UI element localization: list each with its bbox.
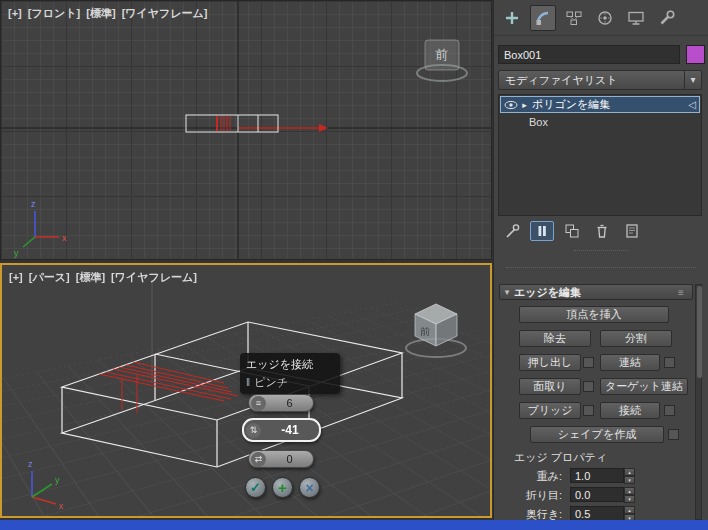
spinner-up-icon[interactable]: ▴ bbox=[624, 487, 635, 495]
caddy-ok-button[interactable]: ✓ bbox=[245, 477, 266, 498]
viewport-style-menu[interactable]: [ワイヤフレーム] bbox=[111, 271, 197, 283]
stack-row-base-object[interactable]: Box bbox=[499, 114, 701, 130]
viewport-perspective[interactable]: z x y [+] [パース] [標準] [ワイヤフレーム] 前 エッジを接続 bbox=[0, 263, 492, 518]
tab-utilities[interactable] bbox=[654, 5, 680, 31]
modifier-list-dropdown[interactable]: モディファイヤリスト ▾ bbox=[498, 70, 702, 90]
modifier-name[interactable]: ポリゴンを編集 bbox=[530, 97, 685, 112]
persp-axis-y-label: y bbox=[55, 475, 60, 485]
pin-icon bbox=[504, 222, 520, 240]
viewport-perspective-label: [+] [パース] [標準] [ワイヤフレーム] bbox=[9, 270, 200, 285]
viewport-front[interactable]: z x y [+] [フロント] [標準] [ワイヤフレーム] 前 bbox=[0, 0, 492, 260]
spinner-down-icon[interactable]: ▾ bbox=[624, 495, 635, 503]
stack-toolbar bbox=[500, 220, 650, 242]
caddy-pinch-spinner[interactable]: ⇅ -41 bbox=[242, 418, 321, 442]
bridge-button[interactable]: ブリッジ bbox=[519, 402, 581, 419]
make-unique-button[interactable] bbox=[560, 221, 584, 241]
caddy-cancel-button[interactable]: × bbox=[299, 477, 320, 498]
gizmo-front-face-label[interactable]: 前 bbox=[435, 46, 448, 64]
visibility-eye-icon[interactable] bbox=[503, 98, 519, 112]
spinner-down-icon[interactable]: ▾ bbox=[624, 476, 635, 484]
view-rotation-gizmo[interactable]: 前 bbox=[415, 37, 471, 85]
caddy-tooltip-option: ‖ピンチ bbox=[246, 375, 334, 390]
front-axis-x-label: x bbox=[62, 233, 67, 243]
pin-stack-icon[interactable]: ◁ bbox=[685, 99, 699, 110]
weld-settings-button[interactable] bbox=[664, 357, 675, 368]
weld-button[interactable]: 連結 bbox=[600, 354, 660, 371]
chamfer-settings-button[interactable] bbox=[583, 381, 594, 392]
viewport-view-menu[interactable]: [フロント] bbox=[28, 7, 80, 19]
viewport-front-label: [+] [フロント] [標準] [ワイヤフレーム] bbox=[8, 6, 211, 21]
tab-motion[interactable] bbox=[592, 5, 618, 31]
caddy-slide-value[interactable]: 0 bbox=[266, 453, 313, 465]
caddy-pinch-value[interactable]: -41 bbox=[261, 423, 319, 437]
utilities-icon bbox=[658, 9, 676, 27]
weight-label: 重み: bbox=[504, 469, 562, 484]
pin-stack-button[interactable] bbox=[500, 221, 524, 241]
configure-modifier-sets-button[interactable] bbox=[620, 221, 644, 241]
weight-spinner[interactable]: ▴ ▾ bbox=[624, 468, 635, 483]
rollout-area-divider[interactable] bbox=[506, 267, 696, 268]
crease-spinner[interactable]: ▴ ▾ bbox=[624, 487, 635, 502]
remove-modifier-button[interactable] bbox=[590, 221, 614, 241]
object-name-field[interactable]: Box001 bbox=[498, 45, 680, 64]
caddy-apply-button[interactable]: + bbox=[272, 477, 293, 498]
viewport-shading-menu[interactable]: [標準] bbox=[76, 271, 105, 283]
panel-splitter-handle[interactable] bbox=[574, 250, 628, 251]
viewport-style-menu[interactable]: [ワイヤフレーム] bbox=[122, 7, 208, 19]
rollout-scrollbar[interactable] bbox=[695, 284, 702, 520]
front-axis-z-label: z bbox=[31, 199, 36, 209]
edge-properties-label: エッジ プロパティ bbox=[514, 450, 607, 465]
target-weld-button[interactable]: ターゲット連結 bbox=[600, 378, 688, 395]
caddy-segments-spinner[interactable]: ≡ 6 bbox=[248, 394, 314, 412]
display-icon bbox=[627, 9, 645, 27]
insert-vertex-button[interactable]: 頂点を挿入 bbox=[519, 306, 669, 323]
weight-field[interactable]: 1.0 bbox=[570, 468, 624, 483]
connect-button[interactable]: 接続 bbox=[600, 402, 660, 419]
front-axis-y-label: y bbox=[14, 248, 19, 258]
create-shape-button[interactable]: シェイプを作成 bbox=[530, 426, 664, 443]
rollout-title: エッジを編集 bbox=[514, 285, 678, 300]
slide-icon: ⇄ bbox=[251, 452, 266, 467]
rollout-collapse-icon: ▾ bbox=[500, 287, 514, 297]
viewport-menu-button[interactable]: [+] bbox=[9, 271, 23, 283]
depth-field[interactable]: 0.5 bbox=[570, 506, 624, 520]
tab-hierarchy[interactable] bbox=[561, 5, 587, 31]
rollout-edit-edges-header[interactable]: ▾ エッジを編集 ≡ bbox=[499, 284, 693, 300]
stack-row-edit-poly[interactable]: ▸ ポリゴンを編集 ◁ bbox=[500, 96, 700, 113]
segments-icon: ≡ bbox=[251, 396, 266, 411]
scrollbar-thumb[interactable] bbox=[697, 286, 702, 378]
connect-settings-button[interactable] bbox=[664, 405, 675, 416]
viewport-shading-menu[interactable]: [標準] bbox=[86, 7, 115, 19]
spinner-up-icon[interactable]: ▴ bbox=[624, 506, 635, 514]
viewcube-front-face-label[interactable]: 前 bbox=[420, 326, 430, 337]
spinner-up-icon[interactable]: ▴ bbox=[624, 468, 635, 476]
motion-icon bbox=[596, 9, 614, 27]
remove-button[interactable]: 除去 bbox=[519, 330, 591, 347]
viewport-view-menu[interactable]: [パース] bbox=[29, 271, 70, 283]
depth-spinner[interactable]: ▴ ▾ bbox=[624, 506, 635, 520]
make-unique-icon bbox=[563, 222, 581, 240]
command-panel: Box001 モディファイヤリスト ▾ ▸ ポリゴンを編集 ◁ Box bbox=[493, 0, 708, 520]
hierarchy-icon bbox=[565, 9, 583, 27]
show-end-result-button[interactable] bbox=[530, 221, 554, 241]
create-shape-settings-button[interactable] bbox=[668, 429, 679, 440]
extrude-button[interactable]: 押し出し bbox=[519, 354, 581, 371]
tab-display[interactable] bbox=[623, 5, 649, 31]
trash-icon bbox=[593, 222, 611, 240]
tab-create[interactable] bbox=[499, 5, 525, 31]
split-button[interactable]: 分割 bbox=[600, 330, 672, 347]
command-panel-tabs bbox=[494, 0, 708, 36]
crease-label: 折り目: bbox=[504, 488, 562, 503]
object-color-swatch[interactable] bbox=[686, 45, 705, 64]
chamfer-button[interactable]: 面取り bbox=[519, 378, 581, 395]
extrude-settings-button[interactable] bbox=[583, 357, 594, 368]
persp-axis-x-label: x bbox=[59, 501, 64, 511]
caddy-segments-value[interactable]: 6 bbox=[266, 397, 313, 409]
expand-subobjects-icon[interactable]: ▸ bbox=[519, 100, 530, 110]
tab-modify[interactable] bbox=[530, 5, 556, 31]
viewport-menu-button[interactable]: [+] bbox=[8, 7, 22, 19]
crease-field[interactable]: 0.0 bbox=[570, 487, 624, 502]
caddy-slide-spinner[interactable]: ⇄ 0 bbox=[248, 450, 314, 468]
bridge-settings-button[interactable] bbox=[583, 405, 594, 416]
viewcube[interactable]: 前 bbox=[402, 295, 470, 361]
